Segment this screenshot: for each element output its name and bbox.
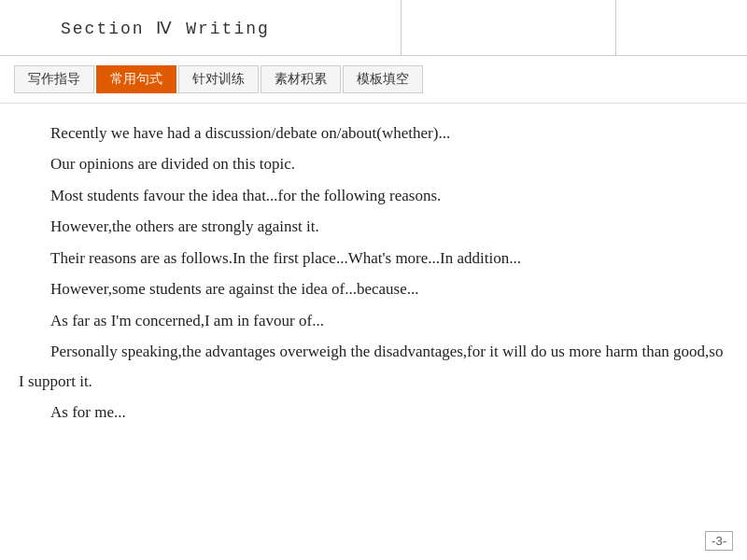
header-middle-section <box>402 0 616 55</box>
header: Section Ⅳ Writing <box>0 0 747 56</box>
paragraph-4: However,the others are strongly against … <box>19 212 728 241</box>
paragraph-5: Their reasons are as follows.In the firs… <box>19 244 728 273</box>
paragraph-7: As far as I'm concerned,I am in favour o… <box>19 306 728 335</box>
paragraph-6: However,some students are against the id… <box>19 274 728 303</box>
header-right-section <box>616 0 747 55</box>
section-title: Section Ⅳ Writing <box>61 18 270 38</box>
tab-bar: 写作指导 常用句式 针对训练 素材积累 模板填空 <box>0 56 747 104</box>
paragraph-3: Most students favour the idea that...for… <box>19 181 728 210</box>
tab-writing-guide[interactable]: 写作指导 <box>14 65 94 93</box>
tab-material-accumulation[interactable]: 素材积累 <box>261 65 341 93</box>
content-area: Recently we have had a discussion/debate… <box>0 104 747 443</box>
tab-common-sentences[interactable]: 常用句式 <box>96 65 176 93</box>
paragraph-8: Personally speaking,the advantages overw… <box>19 337 728 396</box>
page-number: -3- <box>705 531 733 551</box>
paragraph-2: Our opinions are divided on this topic. <box>19 149 728 178</box>
tab-template-fill[interactable]: 模板填空 <box>343 65 423 93</box>
paragraph-1: Recently we have had a discussion/debate… <box>19 119 728 147</box>
tab-targeted-practice[interactable]: 针对训练 <box>178 65 259 93</box>
paragraph-9: As for me... <box>19 398 728 427</box>
header-title-section: Section Ⅳ Writing <box>0 0 402 55</box>
